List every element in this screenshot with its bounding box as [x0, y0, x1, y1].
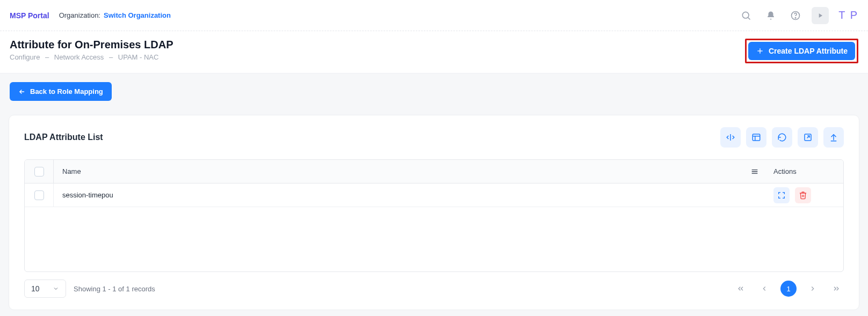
arrow-left-icon — [18, 88, 26, 95]
column-header-name[interactable]: Name — [54, 167, 741, 175]
svg-point-0 — [743, 12, 749, 18]
table-footer: 10 Showing 1 - 1 of 1 records 1 — [24, 280, 844, 298]
row-name: session-timepou — [54, 191, 741, 199]
breadcrumb-sep: – — [45, 53, 49, 61]
breadcrumb: Configure – Network Access – UPAM - NAC — [10, 53, 173, 61]
svg-marker-4 — [819, 13, 822, 17]
ldap-attribute-table: Name Actions session-timepou — [24, 159, 844, 272]
fit-columns-icon[interactable] — [720, 127, 741, 148]
back-to-role-mapping-button[interactable]: Back to Role Mapping — [10, 82, 112, 101]
column-menu-icon[interactable] — [741, 167, 768, 176]
pager-next[interactable] — [805, 281, 820, 296]
svg-line-1 — [748, 17, 750, 19]
trash-icon — [799, 191, 807, 200]
breadcrumb-item[interactable]: Configure — [10, 53, 40, 61]
select-all-cell — [25, 160, 54, 183]
column-header-actions: Actions — [768, 167, 843, 175]
expand-row-button[interactable] — [773, 187, 790, 203]
svg-point-3 — [795, 17, 796, 18]
pager-prev[interactable] — [757, 281, 772, 296]
page-title: Attribute for On-Premises LDAP — [10, 39, 173, 51]
ldap-attribute-card: LDAP Attribute List Name — [9, 115, 859, 310]
pager-current[interactable]: 1 — [780, 281, 797, 297]
brand-label: MSP Portal — [10, 11, 49, 20]
switch-organization-link[interactable]: Switch Organization — [104, 11, 171, 19]
help-icon[interactable] — [787, 7, 804, 24]
bell-icon[interactable] — [762, 7, 779, 24]
breadcrumb-item[interactable]: Network Access — [54, 53, 104, 61]
chevron-down-icon — [53, 285, 59, 292]
table-empty-space — [25, 207, 843, 271]
create-ldap-attribute-button[interactable]: Create LDAP Attribute — [748, 42, 855, 60]
columns-icon[interactable] — [746, 127, 766, 148]
records-count: Showing 1 - 1 of 1 records — [74, 285, 155, 293]
row-checkbox[interactable] — [34, 190, 44, 200]
video-icon[interactable] — [812, 7, 829, 24]
back-button-label: Back to Role Mapping — [30, 87, 103, 95]
page-size-value: 10 — [31, 284, 40, 293]
pager-first[interactable] — [733, 281, 748, 296]
avatar[interactable]: T P — [836, 9, 858, 21]
topbar-icons: T P — [737, 7, 858, 24]
breadcrumb-item[interactable]: UPAM - NAC — [118, 53, 159, 61]
create-button-label: Create LDAP Attribute — [769, 47, 848, 55]
row-select-cell — [25, 183, 54, 207]
export-icon[interactable] — [798, 127, 818, 148]
svg-rect-9 — [753, 134, 760, 141]
delete-row-button[interactable] — [795, 187, 811, 203]
topbar: MSP Portal Organization: Switch Organiza… — [0, 0, 868, 31]
pager-last[interactable] — [829, 281, 844, 296]
card-header: LDAP Attribute List — [24, 127, 844, 148]
card-tools — [720, 127, 844, 148]
pagination: 1 — [733, 281, 844, 297]
search-icon[interactable] — [737, 7, 755, 24]
organization-label: Organization: — [59, 11, 100, 19]
table-header: Name Actions — [25, 160, 843, 183]
expand-icon — [777, 191, 786, 200]
row-actions — [768, 187, 843, 203]
select-all-checkbox[interactable] — [34, 167, 44, 177]
breadcrumb-sep: – — [109, 53, 113, 61]
page-size-select[interactable]: 10 — [24, 280, 66, 298]
page-header: Attribute for On-Premises LDAP Configure… — [0, 31, 868, 74]
plus-icon — [756, 47, 764, 55]
upload-icon[interactable] — [823, 127, 844, 148]
back-row: Back to Role Mapping — [0, 74, 868, 106]
card-title: LDAP Attribute List — [24, 133, 103, 142]
refresh-icon[interactable] — [772, 127, 792, 148]
create-button-highlight: Create LDAP Attribute — [745, 39, 858, 63]
table-row: session-timepou — [25, 183, 843, 207]
